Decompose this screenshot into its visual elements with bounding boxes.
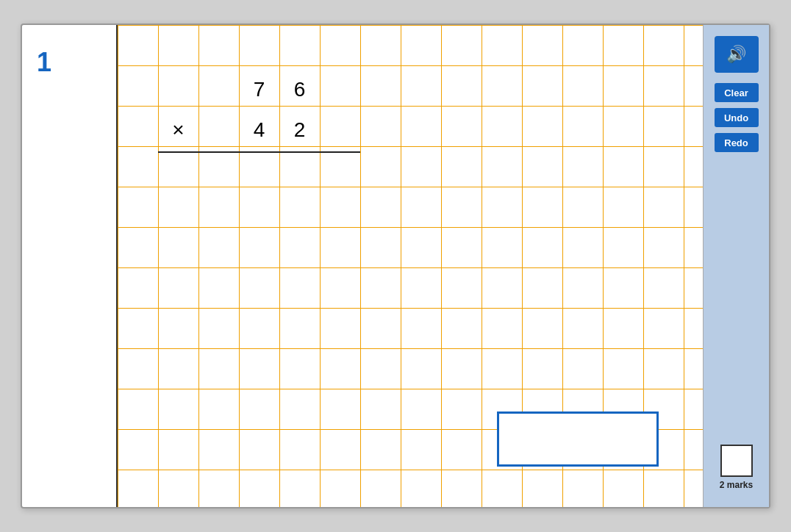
answer-box[interactable] (497, 411, 659, 467)
cell-r1-c2 (198, 69, 239, 109)
sound-button[interactable]: 🔊 (715, 36, 759, 73)
cell-r2-c4: 2 (279, 109, 320, 150)
cell-r2-c2 (198, 109, 239, 150)
clear-button[interactable]: Clear (715, 83, 759, 102)
cell-r1-c1 (158, 69, 198, 109)
cell-r2-c3: 4 (239, 109, 279, 150)
cell-r2-c5 (320, 109, 360, 150)
cell-r1-c4: 6 (279, 69, 320, 109)
marks-box (720, 445, 753, 477)
math-content: 7 6 × 4 2 (158, 69, 401, 153)
sound-icon: 🔊 (726, 45, 746, 64)
cell-r1-c3: 7 (239, 69, 279, 109)
marks-container: 2 marks (720, 445, 753, 490)
question-number: 1 (37, 47, 51, 78)
cell-r1-c5 (320, 69, 360, 109)
right-panel: 🔊 Clear Undo Redo 2 marks (703, 25, 769, 507)
exam-container: 1 7 6 × 4 2 (21, 24, 770, 508)
math-row-1: 7 6 (158, 69, 401, 109)
cell-r2-c1: × (158, 109, 198, 150)
left-panel: 1 (22, 25, 118, 507)
main-grid-area: 7 6 × 4 2 (118, 25, 703, 507)
marks-label: 2 marks (720, 480, 753, 490)
math-row-2: × 4 2 (158, 109, 401, 150)
undo-button[interactable]: Undo (715, 108, 759, 127)
math-divider (158, 151, 360, 153)
redo-button[interactable]: Redo (715, 133, 759, 152)
